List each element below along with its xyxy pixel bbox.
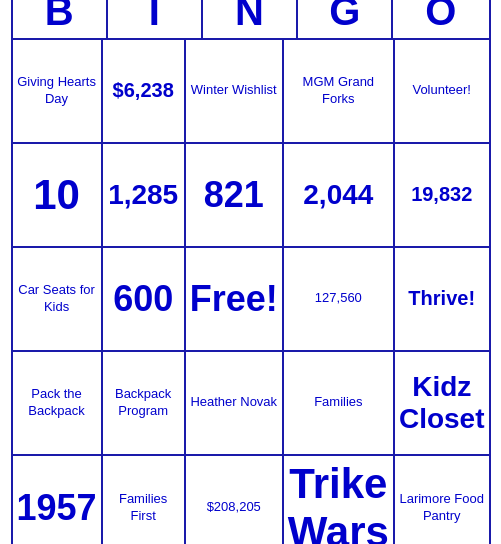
cell-content-12: Free! bbox=[190, 278, 278, 320]
cell-content-10: Car Seats for Kids bbox=[17, 282, 97, 316]
cell-content-4: Volunteer! bbox=[412, 82, 471, 99]
cell-content-3: MGM Grand Forks bbox=[288, 74, 389, 108]
bingo-cell-2: Winter Wishlist bbox=[186, 40, 284, 144]
cell-content-1: $6,238 bbox=[113, 79, 174, 102]
cell-content-7: 821 bbox=[204, 174, 264, 216]
bingo-cell-17: Heather Novak bbox=[186, 352, 284, 456]
bingo-cell-9: 19,832 bbox=[395, 144, 489, 248]
cell-content-23: Trike Wars bbox=[288, 460, 389, 545]
cell-content-21: Families First bbox=[107, 491, 180, 525]
bingo-cell-5: 10 bbox=[13, 144, 103, 248]
header-letter-n: N bbox=[203, 0, 298, 38]
bingo-cell-20: 1957 bbox=[13, 456, 103, 545]
header-letter-b: B bbox=[13, 0, 108, 38]
cell-content-18: Families bbox=[314, 394, 362, 411]
cell-content-8: 2,044 bbox=[303, 179, 373, 211]
bingo-cell-8: 2,044 bbox=[284, 144, 395, 248]
bingo-header: BINGO bbox=[13, 0, 489, 40]
bingo-cell-6: 1,285 bbox=[103, 144, 186, 248]
header-letter-g: G bbox=[298, 0, 393, 38]
cell-content-5: 10 bbox=[33, 171, 80, 219]
bingo-cell-3: MGM Grand Forks bbox=[284, 40, 395, 144]
cell-content-14: Thrive! bbox=[408, 287, 475, 310]
cell-content-2: Winter Wishlist bbox=[191, 82, 277, 99]
bingo-cell-13: 127,560 bbox=[284, 248, 395, 352]
bingo-cell-19: Kidz Closet bbox=[395, 352, 489, 456]
cell-content-20: 1957 bbox=[17, 487, 97, 529]
bingo-cell-0: Giving Hearts Day bbox=[13, 40, 103, 144]
bingo-cell-15: Pack the Backpack bbox=[13, 352, 103, 456]
bingo-cell-10: Car Seats for Kids bbox=[13, 248, 103, 352]
bingo-cell-7: 821 bbox=[186, 144, 284, 248]
bingo-cell-18: Families bbox=[284, 352, 395, 456]
bingo-cell-1: $6,238 bbox=[103, 40, 186, 144]
cell-content-24: Larimore Food Pantry bbox=[399, 491, 485, 525]
bingo-grid: Giving Hearts Day$6,238Winter WishlistMG… bbox=[13, 40, 489, 545]
bingo-cell-23: Trike Wars bbox=[284, 456, 395, 545]
bingo-card: BINGO Giving Hearts Day$6,238Winter Wish… bbox=[11, 0, 491, 544]
cell-content-19: Kidz Closet bbox=[399, 371, 485, 435]
bingo-cell-14: Thrive! bbox=[395, 248, 489, 352]
cell-content-15: Pack the Backpack bbox=[17, 386, 97, 420]
header-letter-o: O bbox=[393, 0, 488, 38]
bingo-cell-24: Larimore Food Pantry bbox=[395, 456, 489, 545]
cell-content-0: Giving Hearts Day bbox=[17, 74, 97, 108]
bingo-cell-12: Free! bbox=[186, 248, 284, 352]
bingo-cell-11: 600 bbox=[103, 248, 186, 352]
cell-content-11: 600 bbox=[113, 278, 173, 320]
header-letter-i: I bbox=[108, 0, 203, 38]
cell-content-13: 127,560 bbox=[315, 290, 362, 307]
bingo-cell-22: $208,205 bbox=[186, 456, 284, 545]
bingo-cell-21: Families First bbox=[103, 456, 186, 545]
cell-content-22: $208,205 bbox=[207, 499, 261, 516]
cell-content-16: Backpack Program bbox=[107, 386, 180, 420]
cell-content-9: 19,832 bbox=[411, 183, 472, 206]
bingo-cell-16: Backpack Program bbox=[103, 352, 186, 456]
cell-content-17: Heather Novak bbox=[190, 394, 277, 411]
cell-content-6: 1,285 bbox=[108, 179, 178, 211]
bingo-cell-4: Volunteer! bbox=[395, 40, 489, 144]
